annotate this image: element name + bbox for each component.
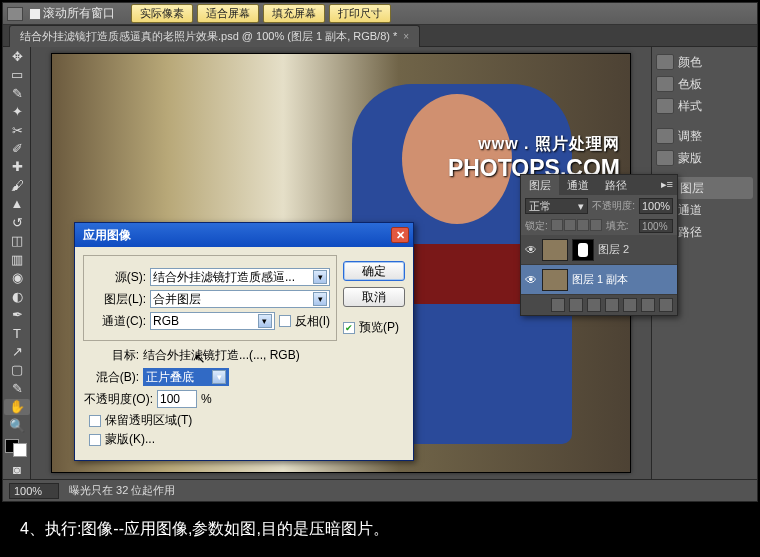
- options-bar: 滚动所有窗口 实际像素 适合屏幕 填充屏幕 打印尺寸: [3, 3, 757, 25]
- ok-button[interactable]: 确定: [343, 261, 405, 281]
- eraser-tool-icon[interactable]: ◫: [4, 233, 30, 249]
- opacity-unit: %: [201, 392, 212, 406]
- panel-swatches[interactable]: 色板: [656, 73, 753, 95]
- link-layers-icon[interactable]: [551, 298, 565, 312]
- close-icon[interactable]: ✕: [391, 227, 409, 243]
- document-tab[interactable]: 结合外挂滤镜打造质感逼真的老照片效果.psd @ 100% (图层 1 副本, …: [9, 25, 420, 47]
- tool-preset-icon[interactable]: [7, 7, 23, 21]
- chevron-down-icon: ▾: [578, 200, 584, 213]
- quickmask-icon[interactable]: ◙: [4, 462, 30, 478]
- fit-screen-button[interactable]: 适合屏幕: [197, 4, 259, 23]
- blending-select[interactable]: 正片叠底▾: [143, 368, 229, 386]
- swatches-icon: [656, 76, 674, 92]
- blur-tool-icon[interactable]: ◉: [4, 269, 30, 285]
- chevron-down-icon: ▾: [258, 314, 272, 328]
- tab-layers[interactable]: 图层: [521, 175, 559, 195]
- add-mask-icon[interactable]: [587, 298, 601, 312]
- fill-screen-button[interactable]: 填充屏幕: [263, 4, 325, 23]
- chevron-down-icon: ▾: [313, 270, 327, 284]
- zoom-level[interactable]: 100%: [9, 483, 59, 499]
- layer-row[interactable]: 👁 图层 1 副本: [521, 265, 677, 295]
- status-bar: 100% 曝光只在 32 位起作用: [3, 479, 757, 501]
- dialog-titlebar[interactable]: 应用图像 ✕: [75, 223, 413, 247]
- layer-thumbnail[interactable]: [542, 269, 568, 291]
- type-tool-icon[interactable]: T: [4, 325, 30, 341]
- close-icon[interactable]: ×: [403, 31, 409, 42]
- layer-name[interactable]: 图层 1 副本: [572, 272, 628, 287]
- opacity-input[interactable]: 100: [157, 390, 197, 408]
- fill-input[interactable]: 100%: [639, 219, 673, 233]
- brush-tool-icon[interactable]: 🖌: [4, 177, 30, 193]
- layer-label: 图层(L):: [90, 291, 146, 308]
- layers-panel-footer: [521, 295, 677, 315]
- lock-icons[interactable]: [551, 219, 603, 233]
- stamp-tool-icon[interactable]: ▲: [4, 196, 30, 212]
- apply-image-dialog: 应用图像 ✕ 源(S): 结合外挂滤镜打造质感逼...▾ 图层(L): 合并图层…: [74, 222, 414, 461]
- path-tool-icon[interactable]: ↗: [4, 343, 30, 359]
- scroll-all-checkbox[interactable]: 滚动所有窗口: [29, 5, 115, 22]
- panel-color[interactable]: 颜色: [656, 51, 753, 73]
- layer-thumbnail[interactable]: [542, 239, 568, 261]
- panel-styles[interactable]: 样式: [656, 95, 753, 117]
- layer-mask-thumbnail[interactable]: [572, 239, 594, 261]
- source-label: 源(S):: [90, 269, 146, 286]
- layer-name[interactable]: 图层 2: [598, 242, 629, 257]
- group-icon[interactable]: [623, 298, 637, 312]
- layer-select[interactable]: 合并图层▾: [150, 290, 330, 308]
- channel-label: 通道(C):: [90, 313, 146, 330]
- wand-tool-icon[interactable]: ✦: [4, 103, 30, 119]
- eyedropper-tool-icon[interactable]: ✐: [4, 140, 30, 156]
- fx-icon[interactable]: [569, 298, 583, 312]
- opacity-label: 不透明度:: [592, 199, 635, 213]
- history-brush-tool-icon[interactable]: ↺: [4, 214, 30, 230]
- panel-masks[interactable]: 蒙版: [656, 147, 753, 169]
- actual-pixels-button[interactable]: 实际像素: [131, 4, 193, 23]
- opacity-input[interactable]: 100%: [639, 198, 673, 214]
- trash-icon[interactable]: [659, 298, 673, 312]
- notes-tool-icon[interactable]: ✎: [4, 380, 30, 396]
- crop-tool-icon[interactable]: ✂: [4, 122, 30, 138]
- gradient-tool-icon[interactable]: ▥: [4, 251, 30, 267]
- styles-icon: [656, 98, 674, 114]
- print-size-button[interactable]: 打印尺寸: [329, 4, 391, 23]
- pen-tool-icon[interactable]: ✒: [4, 306, 30, 322]
- visibility-icon[interactable]: 👁: [524, 243, 538, 257]
- dodge-tool-icon[interactable]: ◐: [4, 288, 30, 304]
- hand-tool-icon[interactable]: ✋: [4, 399, 30, 415]
- cancel-button[interactable]: 取消: [343, 287, 405, 307]
- target-value: 结合外挂滤镜打造...(..., RGB): [143, 347, 300, 364]
- panel-menu-icon[interactable]: ▸≡: [657, 175, 677, 195]
- visibility-icon[interactable]: 👁: [524, 273, 538, 287]
- source-select[interactable]: 结合外挂滤镜打造质感逼...▾: [150, 268, 330, 286]
- marquee-tool-icon[interactable]: ▭: [4, 66, 30, 82]
- tab-paths[interactable]: 路径: [597, 175, 635, 195]
- blendmode-select[interactable]: 正常▾: [525, 198, 588, 214]
- tab-channels[interactable]: 通道: [559, 175, 597, 195]
- color-swatches[interactable]: [5, 439, 27, 457]
- target-label: 目标:: [83, 347, 139, 364]
- channel-select[interactable]: RGB▾: [150, 312, 275, 330]
- layer-row[interactable]: 👁 图层 2: [521, 235, 677, 265]
- lock-label: 锁定:: [525, 219, 548, 233]
- document-tab-title: 结合外挂滤镜打造质感逼真的老照片效果.psd @ 100% (图层 1 副本, …: [20, 29, 397, 44]
- preview-checkbox[interactable]: ✔预览(P): [343, 319, 405, 336]
- lasso-tool-icon[interactable]: ✎: [4, 85, 30, 101]
- heal-tool-icon[interactable]: ✚: [4, 159, 30, 175]
- document-tab-bar: 结合外挂滤镜打造质感逼真的老照片效果.psd @ 100% (图层 1 副本, …: [3, 25, 757, 47]
- invert-checkbox[interactable]: 反相(I): [279, 313, 330, 330]
- zoom-tool-icon[interactable]: 🔍: [4, 417, 30, 433]
- chevron-down-icon: ▾: [212, 370, 226, 384]
- move-tool-icon[interactable]: ✥: [4, 48, 30, 64]
- scroll-all-label: 滚动所有窗口: [43, 5, 115, 22]
- mask-checkbox[interactable]: 蒙版(K)...: [89, 431, 337, 448]
- adjust-icon: [656, 128, 674, 144]
- dialog-title: 应用图像: [83, 227, 131, 244]
- preserve-transparency-checkbox[interactable]: 保留透明区域(T): [89, 412, 337, 429]
- status-info: 曝光只在 32 位起作用: [69, 483, 175, 498]
- new-layer-icon[interactable]: [641, 298, 655, 312]
- adjustment-layer-icon[interactable]: [605, 298, 619, 312]
- blending-label: 混合(B):: [83, 369, 139, 386]
- panel-adjustments[interactable]: 调整: [656, 125, 753, 147]
- shape-tool-icon[interactable]: ▢: [4, 362, 30, 378]
- layer-list: 👁 图层 2 👁 图层 1 副本: [521, 235, 677, 295]
